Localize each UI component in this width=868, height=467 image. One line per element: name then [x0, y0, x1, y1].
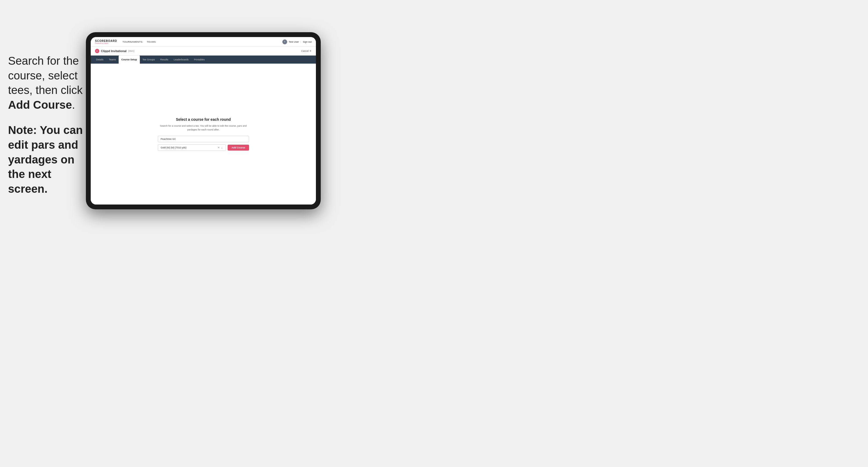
brand-sub: Powered by clippd [95, 42, 117, 44]
main-content: Select a course for each round Search fo… [91, 64, 316, 205]
tee-value: Gold (M) (M) (7010 yds) [161, 146, 187, 149]
tee-row: Gold (M) (M) (7010 yds) ✕ ⌄ Add Course [158, 145, 249, 151]
tab-leaderboards[interactable]: Leaderboards [171, 56, 191, 64]
course-search-input[interactable] [158, 136, 249, 142]
tournament-logo: C [95, 49, 99, 53]
tablet-screen: SCOREBOARD Powered by clippd TOURNAMENTS… [91, 37, 316, 205]
nav-tournaments[interactable]: TOURNAMENTS [122, 40, 143, 43]
annotation-block: Search for the course, select tees, then… [8, 54, 86, 196]
annotation-bold: Add Course [8, 98, 72, 111]
tab-tee-groups[interactable]: Tee Groups [140, 56, 158, 64]
cancel-button[interactable]: Cancel ✕ [301, 50, 312, 52]
nav-links: TOURNAMENTS TEAMS [122, 40, 282, 43]
cancel-icon: ✕ [309, 50, 312, 52]
annotation-note-text: Note: You can edit pars and yardages on … [8, 124, 83, 195]
brand: SCOREBOARD Powered by clippd [95, 39, 117, 44]
signout-link[interactable]: Sign out [303, 40, 312, 43]
separator: | [301, 40, 301, 43]
annotation-main: Search for the course, select tees, then… [8, 54, 86, 112]
nav-right: T Test User | Sign out [282, 39, 312, 44]
clear-icon[interactable]: ✕ [218, 146, 220, 149]
expand-icon: ⌄ [221, 146, 223, 149]
tee-select-controls: ✕ ⌄ [218, 146, 223, 149]
cancel-label: Cancel [301, 50, 309, 52]
course-section: Select a course for each round Search fo… [158, 117, 249, 151]
user-label: Test User [289, 40, 299, 43]
section-title: Select a course for each round [158, 117, 249, 122]
tab-course-setup[interactable]: Course Setup [119, 56, 140, 64]
tournament-badge: (Men) [128, 50, 134, 52]
nav-teams[interactable]: TEAMS [147, 40, 156, 43]
tab-details[interactable]: Details [93, 56, 106, 64]
section-desc: Search for a course and select a tee. Yo… [158, 124, 249, 131]
brand-title: SCOREBOARD [95, 39, 117, 42]
annotation-note: Note: You can edit pars and yardages on … [8, 123, 86, 196]
add-course-button[interactable]: Add Course [227, 145, 249, 151]
tab-teams[interactable]: Teams [106, 56, 119, 64]
tee-select[interactable]: Gold (M) (M) (7010 yds) ✕ ⌄ [158, 145, 226, 151]
tablet-shell: SCOREBOARD Powered by clippd TOURNAMENTS… [86, 32, 321, 209]
tab-results[interactable]: Results [158, 56, 171, 64]
tournament-name: Clippd Invitational [101, 50, 126, 53]
tournament-title: C Clippd Invitational (Men) [95, 49, 134, 53]
tournament-header: C Clippd Invitational (Men) Cancel ✕ [91, 47, 316, 56]
tab-bar: Details Teams Course Setup Tee Groups Re… [91, 56, 316, 64]
tab-printables[interactable]: Printables [191, 56, 208, 64]
navbar: SCOREBOARD Powered by clippd TOURNAMENTS… [91, 37, 316, 47]
user-avatar: T [282, 39, 287, 44]
